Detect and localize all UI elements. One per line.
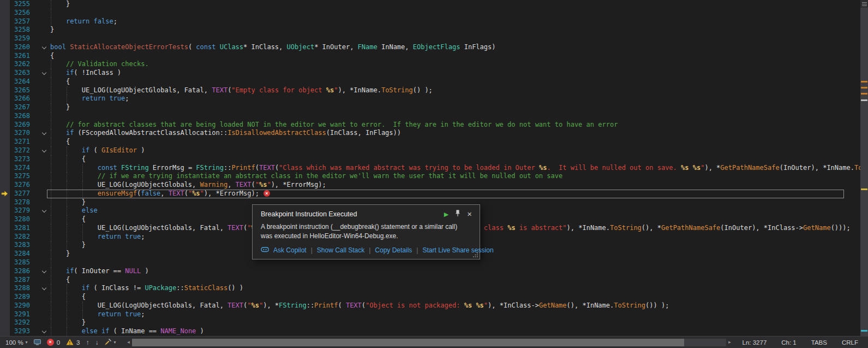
breakpoint-margin[interactable] xyxy=(0,172,10,181)
breakpoint-margin[interactable] xyxy=(0,190,10,198)
scroll-right-icon[interactable]: ► xyxy=(728,340,732,345)
fold-chevron-icon[interactable] xyxy=(40,69,49,78)
editor-splitter-handle[interactable] xyxy=(860,0,868,8)
pin-icon[interactable] xyxy=(454,210,461,219)
breakpoint-margin[interactable] xyxy=(0,164,10,173)
breakpoint-margin[interactable] xyxy=(0,258,10,267)
line-number[interactable]: 3261 xyxy=(10,52,34,61)
breakpoint-margin[interactable] xyxy=(0,86,10,95)
line-number[interactable]: 3277 xyxy=(10,190,34,198)
show-call-stack-link[interactable]: Show Call Stack xyxy=(317,246,364,254)
line-number[interactable]: 3262 xyxy=(10,60,34,69)
line-number[interactable]: 3278 xyxy=(10,198,34,207)
horizontal-scrollbar-track[interactable] xyxy=(132,339,726,346)
column-indicator[interactable]: Ch: 1 xyxy=(781,339,797,346)
line-number[interactable]: 3270 xyxy=(10,129,34,138)
breakpoint-margin[interactable] xyxy=(0,146,10,155)
line-number[interactable]: 3285 xyxy=(10,258,34,267)
fold-chevron-icon[interactable] xyxy=(40,327,49,336)
breakpoint-margin[interactable] xyxy=(0,284,10,293)
line-number[interactable]: 3280 xyxy=(10,215,34,224)
line-number[interactable]: 3281 xyxy=(10,224,34,233)
breakpoint-margin[interactable] xyxy=(0,318,10,327)
line-number[interactable]: 3273 xyxy=(10,155,34,164)
ask-copilot-link[interactable]: Ask Copilot xyxy=(273,246,307,254)
breakpoint-margin[interactable] xyxy=(0,43,10,52)
fold-chevron-icon[interactable] xyxy=(40,146,49,155)
scroll-left-icon[interactable]: ◄ xyxy=(126,340,130,345)
tabs-indicator[interactable]: TABS xyxy=(811,339,827,346)
code-text[interactable]: return true; xyxy=(49,95,860,103)
fold-chevron-icon[interactable] xyxy=(40,267,49,276)
code-text[interactable]: // Validation checks. xyxy=(49,60,860,69)
line-number[interactable]: 3286 xyxy=(10,267,34,276)
breakpoint-margin[interactable] xyxy=(0,52,10,61)
code-text[interactable]: bool StaticAllocateObjectErrorTests( con… xyxy=(49,43,860,52)
line-number[interactable]: 3288 xyxy=(10,284,34,293)
line-number[interactable]: 3260 xyxy=(10,43,34,52)
line-number[interactable]: 3269 xyxy=(10,121,34,129)
line-number[interactable]: 3259 xyxy=(10,34,34,43)
code-text[interactable]: { xyxy=(49,276,860,285)
breakpoint-margin[interactable] xyxy=(0,241,10,250)
line-number[interactable]: 3267 xyxy=(10,103,34,112)
code-text[interactable]: { xyxy=(49,138,860,146)
resize-grip-icon[interactable] xyxy=(472,252,478,258)
breakpoint-margin[interactable] xyxy=(0,9,10,17)
breakpoint-margin[interactable] xyxy=(0,121,10,129)
code-text[interactable]: // for abstract classes that are being l… xyxy=(49,121,860,129)
code-text[interactable]: } xyxy=(49,26,860,34)
line-number[interactable]: 3274 xyxy=(10,164,34,173)
line-number[interactable]: 3283 xyxy=(10,241,34,250)
code-text[interactable]: if ( GIsEditor ) xyxy=(49,146,860,155)
code-text[interactable]: { xyxy=(49,155,860,164)
breakpoint-margin[interactable] xyxy=(0,293,10,302)
breakpoint-margin[interactable] xyxy=(0,310,10,319)
line-indicator[interactable]: Ln: 3277 xyxy=(743,339,767,346)
code-text[interactable]: // if we are trying instantiate an abstr… xyxy=(49,172,860,181)
code-text[interactable]: UE_LOG(LogUObjectGlobals, Fatal, TEXT("%… xyxy=(49,302,860,310)
breakpoint-margin[interactable] xyxy=(0,276,10,285)
breakpoint-margin[interactable] xyxy=(0,34,10,43)
breakpoint-margin[interactable] xyxy=(0,69,10,78)
code-cleanup-button[interactable]: ▾ xyxy=(104,338,116,347)
code-text[interactable] xyxy=(49,112,860,121)
code-text[interactable]: } xyxy=(49,318,860,327)
line-number[interactable]: 3282 xyxy=(10,233,34,241)
code-text[interactable]: UE_LOG(LogUObjectGlobals, Warning, TEXT(… xyxy=(49,181,860,190)
line-number[interactable]: 3289 xyxy=(10,293,34,302)
code-text[interactable]: if (FScopedAllowAbstractClassAllocation:… xyxy=(49,129,860,138)
breakpoint-margin[interactable] xyxy=(0,233,10,241)
line-number[interactable]: 3292 xyxy=(10,318,34,327)
breakpoint-margin[interactable] xyxy=(0,302,10,310)
code-text[interactable]: return true; xyxy=(49,310,860,319)
code-text[interactable]: if( !InClass ) xyxy=(49,69,860,78)
code-text[interactable] xyxy=(49,258,860,267)
line-number[interactable]: 3279 xyxy=(10,207,34,215)
line-number[interactable]: 3268 xyxy=(10,112,34,121)
breakpoint-margin[interactable] xyxy=(0,155,10,164)
line-number[interactable]: 3265 xyxy=(10,86,34,95)
previous-issue-button[interactable]: ↑ xyxy=(86,339,89,346)
breakpoint-margin[interactable] xyxy=(0,60,10,69)
breakpoint-margin[interactable] xyxy=(0,327,10,336)
breakpoint-margin[interactable] xyxy=(0,112,10,121)
breakpoint-margin[interactable] xyxy=(0,250,10,258)
warning-summary[interactable]: 3 xyxy=(66,339,80,346)
eol-indicator[interactable]: CRLF xyxy=(842,339,858,346)
line-number[interactable]: 3264 xyxy=(10,78,34,86)
fold-chevron-icon[interactable] xyxy=(40,129,49,138)
line-number[interactable]: 3284 xyxy=(10,250,34,258)
line-number[interactable]: 3271 xyxy=(10,138,34,146)
breakpoint-margin[interactable] xyxy=(0,26,10,34)
line-number[interactable]: 3258 xyxy=(10,26,34,34)
horizontal-scrollbar[interactable]: ◄ ► xyxy=(126,339,732,346)
zoom-control[interactable]: 100 % ▾ xyxy=(5,339,28,346)
close-icon[interactable]: × xyxy=(467,211,472,217)
code-text[interactable] xyxy=(49,9,860,17)
code-text[interactable]: return false; xyxy=(49,17,860,26)
next-issue-button[interactable]: ↓ xyxy=(95,339,98,346)
code-text[interactable]: } xyxy=(49,103,860,112)
fold-chevron-icon[interactable] xyxy=(40,207,49,215)
copy-details-link[interactable]: Copy Details xyxy=(375,246,412,254)
